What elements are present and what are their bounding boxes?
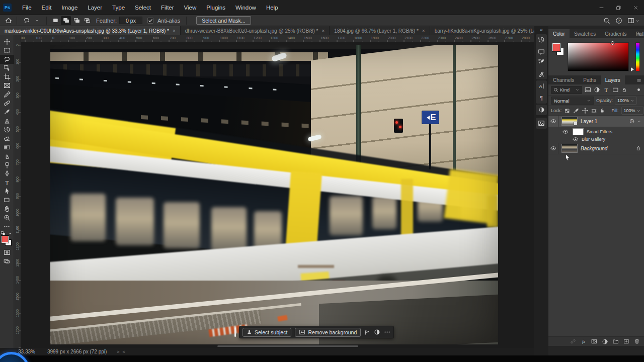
layer-row-layer1[interactable]: Layer 1 fx [548,116,644,127]
tab-close-icon[interactable]: × [422,28,425,34]
filter-mask-thumbnail[interactable] [573,128,584,135]
transform-icon[interactable] [364,329,370,335]
lock-paint-icon[interactable] [573,108,579,114]
visibility-eye-icon[interactable] [548,116,558,127]
filter-toggle-icon[interactable] [636,87,641,93]
blur-gallery-row[interactable]: Blur Gallery [548,136,644,143]
horizontal-ruler[interactable]: 2001000100200300400500600700800900100011… [21,35,534,42]
lasso-tool[interactable] [0,55,14,64]
shape-tool[interactable] [0,196,14,205]
blur-gallery-label[interactable]: Blur Gallery [582,137,605,142]
search-icon[interactable] [603,17,610,24]
status-arrows[interactable]: >< [117,349,128,354]
pixel-filter-icon[interactable] [585,86,591,93]
menu-layer[interactable]: Layer [83,3,107,12]
tab-close-icon[interactable]: × [322,28,325,34]
hand-tool[interactable] [0,205,14,214]
smart-filters-row[interactable]: Smart Filters [548,127,644,136]
select-and-mask-button[interactable]: Select and Mask... [196,16,251,25]
paragraph-panel-icon[interactable]: ¶ [538,95,545,102]
more-options-icon[interactable] [384,329,390,335]
tab-channels[interactable]: Channels [548,75,579,84]
tab-layers[interactable]: Layers [601,75,625,84]
fill-value[interactable]: 100% [621,107,643,115]
layer-row-background[interactable]: Background [548,143,644,154]
default-colors-icon[interactable] [1,231,6,236]
smart-filters-label[interactable]: Smart Filters [587,129,612,134]
color-picker-ring[interactable] [610,41,615,45]
visibility-eye-icon[interactable] [548,143,558,154]
lock-transparent-icon[interactable] [565,108,570,114]
menu-help[interactable]: Help [262,3,283,12]
minimize-icon[interactable] [593,0,610,15]
layer-thumbnail[interactable] [561,117,578,126]
link-layers-icon[interactable] [570,338,576,344]
crop-tool[interactable] [0,72,14,81]
history-panel-icon[interactable] [538,36,545,43]
home-icon[interactable] [4,17,13,25]
type-filter-icon[interactable]: T [603,86,610,94]
brush-settings-panel-icon[interactable] [538,58,545,65]
tab-paths[interactable]: Paths [579,75,601,84]
layer-thumbnail[interactable] [561,144,578,153]
collapse-panels-icon[interactable]: « [534,27,548,33]
adjustments-panel-icon[interactable] [538,107,545,113]
layer-name[interactable]: Background [581,146,607,151]
swap-colors-icon[interactable] [8,232,13,237]
shape-filter-icon[interactable] [612,86,619,93]
smudge-tool[interactable] [0,152,14,161]
add-selection-button[interactable] [61,16,71,25]
clone-stamp-tool[interactable] [0,117,14,126]
panel-menu-icon[interactable] [636,78,641,83]
quick-mask-button[interactable] [0,248,14,257]
zoom-tool[interactable] [0,213,14,222]
lock-artboard-icon[interactable] [591,108,597,114]
foreground-color-swatch[interactable] [552,43,560,51]
character-panel-icon[interactable]: A [538,82,545,89]
new-selection-button[interactable] [50,16,60,25]
color-swatch-control[interactable] [1,233,13,246]
menu-select[interactable]: Select [130,3,155,12]
blend-mode-select[interactable]: Normal [551,97,594,105]
smart-object-filter-icon[interactable] [621,87,627,93]
new-layer-icon[interactable] [623,338,629,344]
horizontal-scrollbar[interactable] [217,345,358,347]
pasteboard[interactable]: E [21,42,534,348]
dodge-tool[interactable] [0,160,14,169]
feather-input[interactable]: 0 px [119,17,142,24]
tab-gradients[interactable]: Gradients [600,29,631,38]
layer-name[interactable]: Layer 1 [581,119,597,124]
brushes-panel-icon[interactable] [538,70,545,77]
vertical-ruler[interactable]: 0100200300400500600700800900100011001200… [14,42,21,348]
opacity-value[interactable]: 100% [615,97,637,105]
object-selection-tool[interactable] [0,64,14,73]
subtract-selection-button[interactable] [71,16,82,25]
adjustment-layer-icon[interactable] [602,338,608,345]
select-subject-button[interactable]: Select subject [243,328,291,337]
menu-type[interactable]: Type [108,3,129,12]
menu-image[interactable]: Image [57,3,82,12]
tab-color[interactable]: Color [548,29,570,38]
document-tab[interactable]: markus-winkler-C0UhD6wAuvs-unsplash.jpg … [0,26,181,35]
lock-all-icon[interactable] [599,108,605,114]
frame-tool[interactable] [0,81,14,90]
hue-slider-arrow[interactable] [631,67,636,71]
comments-panel-icon[interactable] [538,48,545,55]
collapse-caret-icon[interactable] [637,119,641,124]
adjustments-icon[interactable] [374,329,380,335]
history-brush-tool[interactable] [0,125,14,134]
menu-view[interactable]: View [180,3,201,12]
tab-close-icon[interactable]: × [173,28,176,34]
current-tool-chip[interactable] [21,16,43,25]
pen-tool[interactable] [0,169,14,178]
layer-effects-icon[interactable]: fx [581,338,587,344]
workspace-icon[interactable] [627,17,634,24]
menu-file[interactable]: File [18,3,36,12]
document-tab[interactable]: 1804.jpg @ 66.7% (Layer 1, RGB/8) * × [330,26,430,35]
help-icon[interactable]: ? [615,17,622,24]
lock-position-icon[interactable] [582,107,589,114]
remove-background-button[interactable]: Remove background [295,328,361,337]
panel-menu-icon[interactable] [636,32,641,37]
menu-plugins[interactable]: Plugins [202,3,230,12]
eraser-tool[interactable] [0,134,14,143]
